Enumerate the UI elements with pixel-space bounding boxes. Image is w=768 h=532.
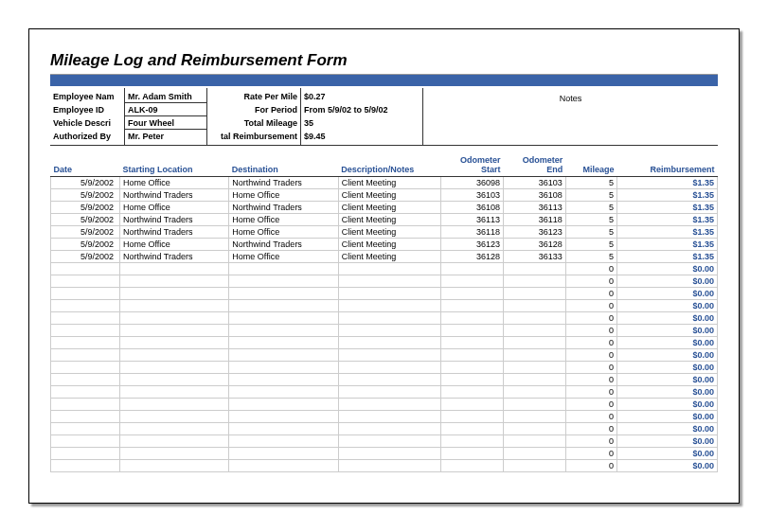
- cell-odo-start[interactable]: [441, 311, 504, 324]
- cell-odo-start[interactable]: 36128: [441, 250, 504, 262]
- cell-desc[interactable]: Client Meeting: [338, 201, 440, 213]
- cell-dest[interactable]: Home Office: [229, 250, 338, 262]
- cell-date[interactable]: [51, 459, 120, 471]
- cell-start[interactable]: [119, 361, 228, 373]
- cell-start[interactable]: [119, 324, 228, 336]
- cell-reimb[interactable]: $0.00: [616, 373, 717, 385]
- cell-desc[interactable]: [338, 324, 440, 336]
- cell-reimb[interactable]: $0.00: [616, 422, 717, 434]
- cell-start[interactable]: [119, 410, 228, 422]
- cell-reimb[interactable]: $0.00: [616, 398, 717, 410]
- cell-desc[interactable]: [338, 311, 440, 324]
- cell-start[interactable]: Northwind Traders: [119, 225, 228, 238]
- cell-odo-start[interactable]: [441, 361, 504, 373]
- cell-reimb[interactable]: $0.00: [616, 348, 717, 361]
- cell-odo-end[interactable]: [503, 434, 565, 447]
- cell-odo-end[interactable]: [503, 275, 565, 287]
- cell-odo-end[interactable]: [503, 336, 565, 348]
- cell-odo-start[interactable]: [441, 275, 504, 287]
- cell-odo-start[interactable]: [441, 262, 504, 275]
- cell-date[interactable]: [51, 275, 120, 287]
- cell-mileage[interactable]: 0: [565, 311, 616, 324]
- value-period[interactable]: From 5/9/02 to 5/9/02: [301, 103, 422, 116]
- cell-mileage[interactable]: 0: [565, 348, 616, 361]
- cell-date[interactable]: [51, 324, 120, 336]
- cell-dest[interactable]: Home Office: [229, 225, 338, 238]
- cell-dest[interactable]: [229, 311, 338, 324]
- cell-dest[interactable]: Home Office: [229, 188, 338, 201]
- cell-start[interactable]: [119, 447, 228, 459]
- cell-reimb[interactable]: $0.00: [616, 311, 717, 324]
- cell-mileage[interactable]: 0: [565, 275, 616, 287]
- cell-dest[interactable]: [229, 287, 338, 299]
- cell-dest[interactable]: [229, 434, 338, 447]
- cell-dest[interactable]: [229, 410, 338, 422]
- cell-start[interactable]: [119, 275, 228, 287]
- cell-dest[interactable]: Northwind Traders: [229, 176, 338, 188]
- cell-reimb[interactable]: $0.00: [616, 262, 717, 275]
- cell-dest[interactable]: [229, 361, 338, 373]
- cell-odo-end[interactable]: [503, 262, 565, 275]
- value-authorized-by[interactable]: Mr. Peter: [125, 130, 206, 143]
- cell-mileage[interactable]: 0: [565, 398, 616, 410]
- cell-odo-start[interactable]: [441, 398, 504, 410]
- cell-mileage[interactable]: 5: [565, 238, 616, 250]
- cell-date[interactable]: [51, 287, 120, 299]
- cell-start[interactable]: [119, 348, 228, 361]
- cell-odo-end[interactable]: [503, 459, 565, 471]
- cell-date[interactable]: [51, 311, 120, 324]
- cell-desc[interactable]: Client Meeting: [338, 188, 440, 201]
- cell-mileage[interactable]: 5: [565, 188, 616, 201]
- cell-desc[interactable]: [338, 447, 440, 459]
- cell-odo-start[interactable]: [441, 336, 504, 348]
- cell-reimb[interactable]: $0.00: [616, 324, 717, 336]
- cell-odo-start[interactable]: [441, 299, 504, 311]
- cell-date[interactable]: [51, 373, 120, 385]
- cell-odo-start[interactable]: 36108: [441, 201, 504, 213]
- cell-desc[interactable]: [338, 348, 440, 361]
- cell-reimb[interactable]: $0.00: [616, 459, 717, 471]
- cell-date[interactable]: 5/9/2002: [51, 225, 120, 238]
- cell-odo-start[interactable]: 36113: [441, 213, 504, 225]
- cell-dest[interactable]: [229, 459, 338, 471]
- cell-odo-end[interactable]: 36133: [503, 250, 565, 262]
- cell-date[interactable]: 5/9/2002: [51, 188, 120, 201]
- cell-desc[interactable]: Client Meeting: [338, 213, 440, 225]
- cell-date[interactable]: 5/9/2002: [51, 250, 120, 262]
- value-employee-name[interactable]: Mr. Adam Smith: [125, 90, 206, 103]
- cell-desc[interactable]: [338, 361, 440, 373]
- cell-date[interactable]: [51, 434, 120, 447]
- cell-start[interactable]: [119, 422, 228, 434]
- cell-mileage[interactable]: 0: [565, 385, 616, 398]
- cell-date[interactable]: [51, 336, 120, 348]
- cell-reimb[interactable]: $0.00: [616, 287, 717, 299]
- cell-mileage[interactable]: 0: [565, 434, 616, 447]
- cell-date[interactable]: [51, 299, 120, 311]
- cell-dest[interactable]: [229, 447, 338, 459]
- value-rate[interactable]: $0.27: [301, 90, 422, 103]
- cell-dest[interactable]: [229, 299, 338, 311]
- cell-odo-end[interactable]: 36128: [503, 238, 565, 250]
- cell-reimb[interactable]: $0.00: [616, 336, 717, 348]
- cell-odo-end[interactable]: 36118: [503, 213, 565, 225]
- cell-date[interactable]: 5/9/2002: [51, 201, 120, 213]
- cell-dest[interactable]: [229, 373, 338, 385]
- cell-start[interactable]: Home Office: [119, 201, 228, 213]
- cell-reimb[interactable]: $0.00: [616, 275, 717, 287]
- cell-odo-end[interactable]: [503, 361, 565, 373]
- cell-desc[interactable]: [338, 287, 440, 299]
- cell-odo-end[interactable]: 36108: [503, 188, 565, 201]
- cell-reimb[interactable]: $1.35: [616, 176, 717, 188]
- cell-start[interactable]: [119, 459, 228, 471]
- cell-dest[interactable]: Home Office: [229, 213, 338, 225]
- cell-odo-end[interactable]: [503, 373, 565, 385]
- cell-date[interactable]: [51, 447, 120, 459]
- cell-mileage[interactable]: 0: [565, 459, 616, 471]
- cell-mileage[interactable]: 0: [565, 410, 616, 422]
- cell-odo-start[interactable]: [441, 373, 504, 385]
- cell-start[interactable]: [119, 373, 228, 385]
- cell-start[interactable]: Northwind Traders: [119, 188, 228, 201]
- cell-mileage[interactable]: 5: [565, 201, 616, 213]
- cell-dest[interactable]: [229, 324, 338, 336]
- cell-desc[interactable]: [338, 434, 440, 447]
